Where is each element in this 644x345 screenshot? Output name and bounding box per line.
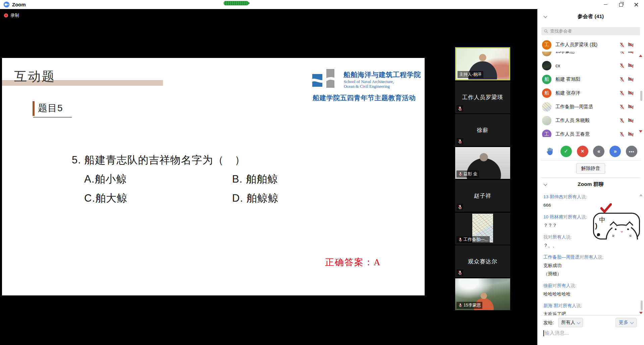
chat-say-suffix: 说: [598,255,603,260]
mic-muted-icon [619,63,625,68]
video-tile[interactable]: 赵子祥 [455,180,510,212]
video-tile[interactable]: 益彰 金 [455,147,510,179]
chat-scroll-up-indicator[interactable] [639,194,643,196]
mic-muted-icon [619,52,625,54]
sticker-character: 中 [599,216,605,224]
participant-row-inner: 工工作人员 王春意 [542,130,634,137]
participant-avatar [542,102,551,112]
participant-row[interactable]: 15李蒙恩 [537,52,644,59]
participant-name: 工作人员罗梁瑛 (我) [555,42,597,48]
raise-hand-button[interactable] [544,146,555,157]
minimize-button[interactable] [598,0,613,9]
participant-row[interactable]: 工作备胎—周晋丞 [537,100,644,114]
participant-status-icons [619,76,634,82]
camera-off-icon [628,76,634,82]
cat-whisker: = [612,233,615,238]
mic-muted-icon [619,104,625,110]
slower-button[interactable]: « [593,146,604,157]
red-check-icon [600,203,612,213]
video-tile-label: 15李蒙恩 [457,302,482,309]
participant-row[interactable]: 船船建 霍旭阳 [537,72,644,86]
school-name-en-line2: Ocean & Civil Engineering [344,84,390,89]
school-logo-icon [312,68,338,89]
slide-title: 互动题 [14,68,55,85]
video-tile[interactable]: 工作人员罗梁瑛 [455,81,510,113]
camera-off-icon [628,104,634,110]
chat-message-list: 13 郭仲杰对所有人说:66610 韩林甫对所有人说:？？？我对所有人说:？、、… [537,191,644,315]
ellipsis-icon: ••• [629,149,635,154]
participants-list: 工工作人员罗梁瑛 (我) 15李蒙恩 cx 船船建 霍旭阳 船船建 张存洋 工作… [537,38,644,137]
cat-ear [626,221,634,229]
participant-status-icons [619,90,634,96]
participant-status-icons [619,52,634,55]
participant-name: 工作备胎—周晋丞 [555,104,593,110]
mic-muted-icon [458,270,463,275]
chat-say-suffix: 说: [581,214,587,219]
chat-connector: 对 [548,234,553,239]
no-button[interactable]: × [577,146,588,157]
option-b: B. 舶舶鲸 [232,172,278,186]
chat-sender-name: 徐薪 [543,283,552,288]
camera-off-icon [628,42,634,48]
participant-row-inner: 15李蒙恩 [542,52,634,56]
mic-muted-icon [619,77,625,82]
recording-indicator: 录制 [4,12,19,18]
faster-button[interactable]: » [609,146,621,157]
chat-target-name: 所有人 [552,234,566,239]
participant-row[interactable]: 工工作人员罗梁瑛 (我) [537,38,644,52]
chat-sender-name: 10 韩林甫 [543,214,563,219]
chat-say-suffix: 说: [576,303,582,308]
mic-muted-icon [458,139,463,144]
cat-nose [621,231,623,233]
send-to-dropdown[interactable]: 所有人 [558,318,583,327]
video-tile[interactable]: 徐薪 [455,114,510,146]
chat-connector: 对 [552,283,557,288]
participant-search-input[interactable]: 查找参会者 [541,27,640,35]
cat-face: = = [606,224,638,239]
video-tile[interactable]: 主持人-杨洋 [455,47,510,80]
question-text: 5. 船建青志队的吉祥物名字为（ ） [72,153,245,167]
participant-name: 船建 霍旭阳 [555,76,580,82]
chat-message-input[interactable]: 输入消息... [543,330,569,336]
participant-avatar [542,116,551,125]
chat-scroll-down-indicator[interactable] [639,312,643,314]
minimize-icon [604,4,607,5]
chat-scrollbar[interactable] [641,300,643,310]
mic-muted-icon [619,90,625,96]
yes-button[interactable]: ✓ [560,146,572,157]
divider [541,160,641,160]
cat-sticker-drawing: 中 ) = = [593,213,640,239]
participant-avatar: 工 [542,130,551,137]
event-title: 船建学院五四青年节主题教育活动 [313,93,416,102]
chat-message: 新海 郭对所有人说:太欢乐了吧 [543,301,635,315]
chat-more-dropdown[interactable]: 更多 [615,318,637,327]
close-button[interactable] [629,0,644,9]
video-tile[interactable]: 观众赛达尔 [455,246,510,277]
double-chevron-left-icon: « [597,149,600,154]
mic-muted-icon [458,205,463,210]
video-tile-label: 益彰 金 [457,170,479,178]
restore-icon [619,3,623,7]
video-strip: 主持人-杨洋工作人员罗梁瑛 徐薪 益彰 金赵子祥 工作备胎—...观众赛达尔 1… [455,47,510,311]
participant-row[interactable]: 船船建 张存洋 [537,86,644,100]
mic-muted-icon [619,118,625,123]
mic-muted-icon [458,106,463,111]
restore-button[interactable] [613,0,629,9]
zoom-app-window: Zoom 录制 互动题 题目5 5. 船建青志队的吉祥物名字为（ ） A.舶小鲸… [0,0,644,345]
more-reactions-button[interactable]: ••• [626,146,637,157]
unmute-button[interactable]: 解除静音 [576,163,605,174]
video-tile[interactable]: 15李蒙恩 [455,278,510,310]
video-tile[interactable]: 工作备胎—... [455,213,510,245]
participant-row-inner: 船船建 霍旭阳 [542,75,634,84]
participant-row[interactable]: cx [537,59,644,72]
chat-target-name: 所有人 [557,283,571,288]
participant-row[interactable]: 工工作人员 王春意 [537,127,644,137]
participant-row-inner: 工作人员 朱晓毅 [542,116,634,125]
video-tile-name: 主持人-杨洋 [459,72,482,77]
mic-muted-icon [458,172,463,176]
participant-status-icons [619,42,634,48]
participant-row[interactable]: 工作人员 朱晓毅 [537,114,644,127]
check-icon: ✓ [564,149,568,154]
video-tile-name: 工作备胎—... [464,237,488,243]
chat-send-row: 发给: 所有人 更多 [537,317,644,328]
